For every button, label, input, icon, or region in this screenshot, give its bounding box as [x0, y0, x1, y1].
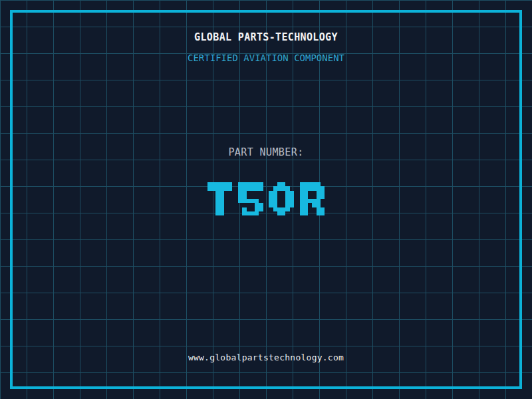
website-url: www.globalpartstechnology.com [0, 352, 532, 363]
label-plate: GLOBAL PARTS-TECHNOLOGY CERTIFIED AVIATI… [0, 0, 532, 399]
part-number-pixel-glyphs [207, 182, 325, 215]
part-number-label: PART NUMBER: [0, 146, 532, 158]
part-number-value [207, 182, 325, 215]
brand-title: GLOBAL PARTS-TECHNOLOGY [0, 31, 532, 43]
certification-subtitle: CERTIFIED AVIATION COMPONENT [0, 53, 532, 63]
